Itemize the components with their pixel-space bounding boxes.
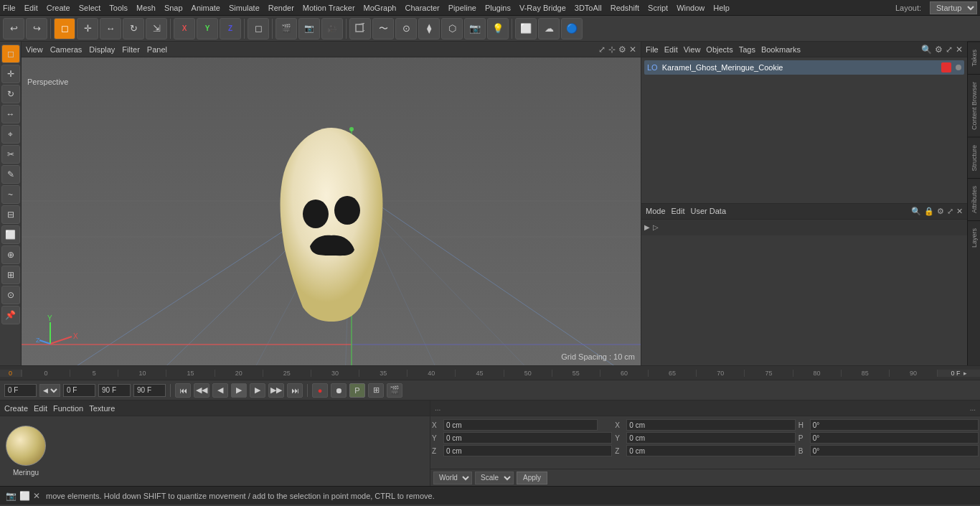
menu-script[interactable]: Script xyxy=(648,4,668,12)
render-view-button[interactable]: 📷 xyxy=(298,18,320,39)
menu-select[interactable]: Select xyxy=(79,4,101,12)
attr-search-icon[interactable]: 🔍 xyxy=(911,207,921,216)
pin-tool[interactable]: 📌 xyxy=(1,306,20,324)
transport-render-end[interactable] xyxy=(133,384,166,397)
select-tool[interactable]: ◻ xyxy=(1,44,20,63)
obj-settings-icon[interactable]: ⚙ xyxy=(935,44,943,55)
transport-next-frame[interactable]: ▶ xyxy=(250,383,265,398)
vp-menu-panel[interactable]: Panel xyxy=(147,45,167,54)
menu-pipeline[interactable]: Pipeline xyxy=(448,4,476,12)
y-pos-input[interactable] xyxy=(443,432,612,444)
transport-frame-dropdown[interactable]: ◀ xyxy=(39,384,60,397)
paint-tool[interactable]: ✎ xyxy=(1,165,20,184)
deformer-button[interactable]: ⬡ xyxy=(441,18,463,39)
viewport[interactable]: View Cameras Display Filter Panel ⤢ ⊹ ⚙ … xyxy=(22,42,641,365)
undo-button[interactable]: ↩ xyxy=(3,18,24,39)
timeline-tick-area[interactable]: 0 5 10 15 20 25 30 35 40 45 50 55 60 65 … xyxy=(22,370,937,377)
object-row[interactable]: LO Karamel_Ghost_Meringue_Cookie xyxy=(644,60,964,75)
smooth-tool[interactable]: ~ xyxy=(1,185,20,204)
mat-menu-texture[interactable]: Texture xyxy=(89,404,115,413)
transport-play[interactable]: ▶ xyxy=(231,383,247,398)
generator-button[interactable]: ⧫ xyxy=(418,18,440,39)
menu-window[interactable]: Window xyxy=(677,4,705,12)
transport-preview[interactable]: P xyxy=(349,383,365,398)
floor-button[interactable]: ⬜ xyxy=(515,18,537,39)
move-tool[interactable]: ✛ xyxy=(1,65,20,83)
object-color-swatch[interactable] xyxy=(941,62,951,72)
b-rot-input[interactable] xyxy=(810,445,979,456)
obj-menu-view[interactable]: View xyxy=(684,45,701,54)
z-size-input[interactable] xyxy=(626,445,795,456)
transport-start-frame[interactable] xyxy=(4,384,37,397)
transport-prev-frame[interactable]: ◀ xyxy=(212,383,228,398)
obj-menu-tags[interactable]: Tags xyxy=(739,45,755,54)
obj-close-icon[interactable]: ✕ xyxy=(956,44,963,55)
transport-current-frame[interactable] xyxy=(63,384,95,397)
apply-button[interactable]: Apply xyxy=(517,472,547,484)
nurbs-button[interactable]: ⊙ xyxy=(395,18,417,39)
vp-menu-display[interactable]: Display xyxy=(89,45,115,54)
menu-plugins[interactable]: Plugins xyxy=(485,4,511,12)
attr-menu-mode[interactable]: Mode xyxy=(646,207,666,215)
redo-button[interactable]: ↪ xyxy=(26,18,47,39)
menu-character[interactable]: Character xyxy=(405,4,439,12)
h-rot-input[interactable] xyxy=(810,419,979,431)
magnet-tool[interactable]: ⊙ xyxy=(1,286,20,304)
mat-menu-edit[interactable]: Edit xyxy=(34,404,47,413)
transport-goto-start[interactable]: ⏮ xyxy=(175,383,191,398)
vp-settings-icon[interactable]: ⚙ xyxy=(618,44,626,55)
vp-maximize-icon[interactable]: ⤢ xyxy=(598,44,606,55)
spline-button[interactable]: 〜 xyxy=(372,18,394,39)
attr-lock-icon[interactable]: 🔒 xyxy=(924,207,934,216)
world-select[interactable]: World xyxy=(433,472,472,484)
menu-help[interactable]: Help xyxy=(713,4,730,12)
attributes-tab[interactable]: Attributes xyxy=(968,178,980,220)
attr-close-icon[interactable]: ✕ xyxy=(956,207,963,216)
menu-animate[interactable]: Animate xyxy=(192,4,220,12)
transport-scheme[interactable]: ⊞ xyxy=(368,383,384,398)
render-button[interactable]: 🎥 xyxy=(321,18,343,39)
env-button[interactable]: 🔵 xyxy=(561,18,583,39)
obj-search-icon[interactable]: 🔍 xyxy=(921,44,932,55)
mirror-tool[interactable]: ⊟ xyxy=(1,205,20,224)
rotate-tool-button[interactable]: ↻ xyxy=(123,18,144,39)
x-axis-button[interactable]: X xyxy=(174,18,195,39)
transport-goto-end[interactable]: ⏭ xyxy=(287,383,303,398)
transport-end-frame[interactable] xyxy=(98,384,131,397)
transport-auto-key[interactable]: ⏺ xyxy=(331,383,347,398)
menu-redshift[interactable]: Redshift xyxy=(611,4,639,12)
select-tool-button[interactable]: ◻ xyxy=(54,18,75,39)
layers-tab[interactable]: Layers xyxy=(968,220,980,255)
transport-next-key[interactable]: ▶▶ xyxy=(268,383,284,398)
floor-tool[interactable]: ⬜ xyxy=(1,225,20,244)
z-pos-input[interactable] xyxy=(443,445,612,456)
snap-tool[interactable]: ⌖ xyxy=(1,125,20,144)
material-item-0[interactable]: Meringu xyxy=(6,426,46,477)
attr-expand-icon[interactable]: ⤢ xyxy=(947,207,953,216)
vp-menu-cameras[interactable]: Cameras xyxy=(50,45,83,54)
camera-button[interactable]: 📷 xyxy=(464,18,486,39)
menu-tools[interactable]: Tools xyxy=(109,4,128,12)
attr-menu-userdata[interactable]: User Data xyxy=(691,207,727,215)
cube-button[interactable] xyxy=(349,18,371,39)
object-mode-button[interactable]: ◻ xyxy=(248,18,269,39)
status-camera-icon[interactable]: 📷 xyxy=(6,491,17,501)
menu-create[interactable]: Create xyxy=(47,4,70,12)
p-rot-input[interactable] xyxy=(810,432,979,444)
menu-simulate[interactable]: Simulate xyxy=(229,4,260,12)
attr-settings-icon[interactable]: ⚙ xyxy=(937,207,944,216)
knife-tool[interactable]: ✂ xyxy=(1,145,20,164)
mat-menu-function[interactable]: Function xyxy=(53,404,83,413)
transport-clips[interactable]: 🎬 xyxy=(387,383,402,398)
light-button[interactable]: 💡 xyxy=(487,18,509,39)
menu-mesh[interactable]: Mesh xyxy=(136,4,156,12)
obj-menu-edit[interactable]: Edit xyxy=(664,45,678,54)
menu-snap[interactable]: Snap xyxy=(164,4,183,12)
vp-close-icon[interactable]: ✕ xyxy=(629,44,636,55)
timeline-end-btn[interactable]: ▸ xyxy=(963,370,967,377)
transport-record[interactable]: ● xyxy=(312,383,328,398)
y-size-input[interactable] xyxy=(626,432,795,444)
obj-menu-objects[interactable]: Objects xyxy=(706,45,732,54)
sky-button[interactable]: ☁ xyxy=(538,18,560,39)
z-axis-button[interactable]: Z xyxy=(220,18,241,39)
